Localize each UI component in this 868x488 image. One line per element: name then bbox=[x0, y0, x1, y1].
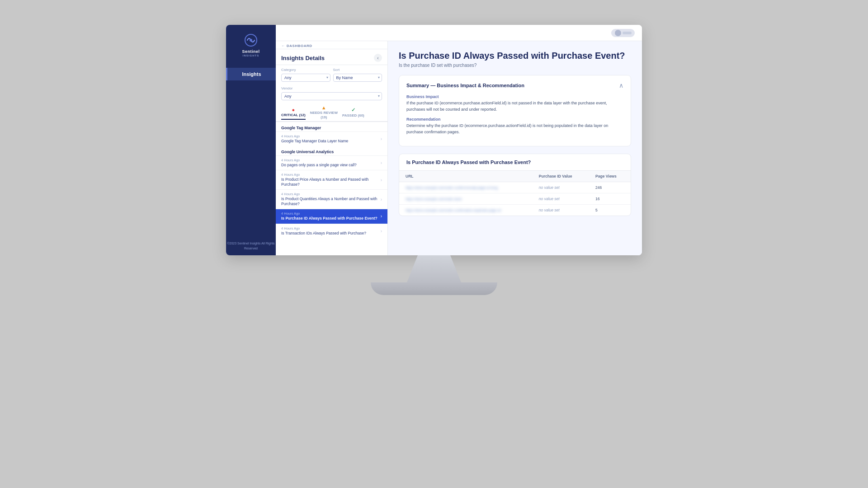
tab-critical-label: CRITICAL (12) bbox=[281, 113, 306, 117]
summary-card-header: Summary — Business Impact & Recommendati… bbox=[406, 82, 623, 89]
tab-critical[interactable]: ● CRITICAL (12) bbox=[281, 107, 306, 120]
user-avatar[interactable] bbox=[611, 29, 635, 37]
breadcrumb-label: DASHBOARD bbox=[287, 44, 312, 48]
sentinel-logo-icon bbox=[244, 33, 258, 47]
list-item-time: 4 Hours Ago bbox=[281, 158, 378, 162]
filter-row-1: Category Any Data Layer Tags Variables bbox=[276, 65, 387, 84]
list-item-time-active: 4 Hours Ago bbox=[281, 211, 378, 216]
list-item[interactable]: 4 Hours Ago Is Transaction IDs Always Pa… bbox=[276, 224, 387, 238]
list-item-title: Is Product Quantities Always a Number an… bbox=[281, 197, 378, 206]
vendor-filter-group: Vendor Any Google Adobe Facebook bbox=[281, 86, 382, 100]
list-item-content: 4 Hours Ago Google Tag Manager Data Laye… bbox=[281, 134, 378, 144]
list-item-title: Is Transaction IDs Always Passed with Pu… bbox=[281, 231, 378, 236]
passed-icon: ✓ bbox=[351, 107, 355, 113]
monitor-base bbox=[371, 282, 497, 295]
filter-row-2: Vendor Any Google Adobe Facebook bbox=[276, 84, 387, 102]
list-item-title: Do pages only pass a single page view ca… bbox=[281, 163, 378, 168]
summary-card-title: Summary — Business Impact & Recommendati… bbox=[406, 83, 524, 88]
panel-title: Insights Details bbox=[281, 55, 325, 61]
purchase-id-value: no value set bbox=[539, 197, 560, 201]
category-filter-label: Category bbox=[281, 68, 330, 72]
col-header-purchase-id: Purchase ID Value bbox=[533, 171, 589, 182]
purchase-id-value: no value set bbox=[539, 208, 560, 212]
list-item-chevron-icon: › bbox=[381, 197, 382, 202]
logo-tagline: INSIGHTS bbox=[243, 54, 259, 57]
recommendation-label: Recommendation bbox=[406, 117, 623, 122]
list-item-chevron-icon: › bbox=[381, 229, 382, 234]
list-item-chevron-icon: › bbox=[381, 160, 382, 165]
breadcrumb[interactable]: ← DASHBOARD bbox=[276, 41, 387, 49]
svg-point-1 bbox=[250, 39, 252, 42]
top-bar bbox=[276, 25, 642, 41]
panel-collapse-button[interactable]: ‹ bbox=[374, 54, 382, 62]
list-item-content: 4 Hours Ago Do pages only pass a single … bbox=[281, 158, 378, 168]
list-item-chevron-icon: › bbox=[381, 136, 382, 141]
url-value: https://store.example.com/order-confirm/… bbox=[406, 186, 498, 190]
list-item-active[interactable]: 4 Hours Ago Is Purchase ID Always Passed… bbox=[276, 209, 387, 223]
list-item[interactable]: 4 Hours Ago Do pages only pass a single … bbox=[276, 155, 387, 170]
group-header-gua: Google Universal Analytics bbox=[276, 146, 387, 155]
left-panel-header: Insights Details ‹ bbox=[276, 49, 387, 65]
sort-filter-group: Sort By Name By Date By Severity bbox=[333, 68, 382, 82]
tab-needs-review-label: NEEDS REVIEW(19) bbox=[310, 111, 338, 119]
table-row: https://store.example.com/order-done no … bbox=[399, 193, 631, 205]
data-table-card-title: Is Purchase ID Always Passed with Purcha… bbox=[399, 154, 631, 171]
sidebar: Sentinel INSIGHTS Insights ©2023 Sentine… bbox=[226, 25, 276, 255]
table-cell-page-views: 246 bbox=[589, 182, 631, 193]
table-cell-purchase-id: no value set bbox=[533, 205, 589, 216]
list-section: Google Tag Manager 4 Hours Ago Google Ta… bbox=[276, 122, 387, 255]
list-item-time: 4 Hours Ago bbox=[281, 226, 378, 230]
main-area: ← DASHBOARD Insights Details ‹ Category bbox=[276, 25, 642, 255]
list-item-content-active: 4 Hours Ago Is Purchase ID Always Passed… bbox=[281, 211, 378, 221]
summary-card-toggle-icon[interactable]: ∧ bbox=[619, 82, 623, 89]
logo-area: Sentinel INSIGHTS bbox=[242, 33, 259, 57]
category-filter-select[interactable]: Any Data Layer Tags Variables bbox=[281, 74, 330, 82]
tab-passed[interactable]: ✓ PASSED (60) bbox=[342, 107, 364, 120]
table-cell-page-views: 5 bbox=[589, 205, 631, 216]
left-panel: ← DASHBOARD Insights Details ‹ Category bbox=[276, 41, 388, 255]
list-item-title-active: Is Purchase ID Always Passed with Purcha… bbox=[281, 216, 378, 221]
vendor-filter-label: Vendor bbox=[281, 86, 382, 90]
data-table: URL Purchase ID Value Page Views https:/… bbox=[399, 171, 631, 216]
table-cell-purchase-id: no value set bbox=[533, 193, 589, 205]
sort-filter-label: Sort bbox=[333, 68, 382, 72]
group-header-gtm: Google Tag Manager bbox=[276, 122, 387, 131]
list-item[interactable]: 4 Hours Ago Is Product Price Always a Nu… bbox=[276, 170, 387, 189]
summary-card: Summary — Business Impact & Recommendati… bbox=[399, 75, 631, 146]
list-item[interactable]: 4 Hours Ago Google Tag Manager Data Laye… bbox=[276, 131, 387, 146]
url-value: https://store.example.com/order-done bbox=[406, 197, 462, 201]
detail-subtitle: Is the purchase ID set with purchases? bbox=[399, 63, 631, 68]
category-filter-group: Category Any Data Layer Tags Variables bbox=[281, 68, 330, 82]
critical-icon: ● bbox=[292, 107, 295, 113]
breadcrumb-back-icon: ← bbox=[281, 44, 285, 48]
vendor-filter-wrapper: Any Google Adobe Facebook bbox=[281, 91, 382, 100]
table-cell-url: https://store.example.com/order-confirma… bbox=[399, 205, 533, 216]
sidebar-footer: ©2023 Sentinel Insights All Rights Reser… bbox=[226, 241, 276, 255]
data-table-card: Is Purchase ID Always Passed with Purcha… bbox=[399, 154, 631, 216]
list-item-title: Is Product Price Always a Number and Pas… bbox=[281, 177, 378, 187]
monitor-stand bbox=[226, 255, 642, 295]
table-row: https://store.example.com/order-confirm/… bbox=[399, 182, 631, 193]
table-row: https://store.example.com/order-confirma… bbox=[399, 205, 631, 216]
vendor-filter-select[interactable]: Any Google Adobe Facebook bbox=[281, 92, 382, 100]
tab-needs-review[interactable]: ▲ NEEDS REVIEW(19) bbox=[310, 105, 338, 122]
sidebar-item-insights[interactable]: Insights bbox=[226, 68, 276, 80]
recommendation-section: Recommendation Determine why the purchas… bbox=[406, 117, 623, 135]
tab-passed-label: PASSED (60) bbox=[342, 113, 364, 117]
business-impact-label: Business Impact bbox=[406, 94, 623, 99]
sort-filter-wrapper: By Name By Date By Severity bbox=[333, 73, 382, 82]
table-cell-purchase-id: no value set bbox=[533, 182, 589, 193]
table-cell-url: https://store.example.com/order-confirm/… bbox=[399, 182, 533, 193]
list-item-content: 4 Hours Ago Is Product Price Always a Nu… bbox=[281, 173, 378, 187]
detail-title: Is Purchase ID Always Passed with Purcha… bbox=[399, 50, 631, 61]
content-area: ← DASHBOARD Insights Details ‹ Category bbox=[276, 41, 642, 255]
table-cell-page-views: 16 bbox=[589, 193, 631, 205]
list-item[interactable]: 4 Hours Ago Is Product Quantities Always… bbox=[276, 189, 387, 209]
business-impact-text: If the purchase ID (ecommerce.purchase.a… bbox=[406, 100, 623, 113]
list-item-time: 4 Hours Ago bbox=[281, 173, 378, 177]
list-item-content: 4 Hours Ago Is Transaction IDs Always Pa… bbox=[281, 226, 378, 236]
sort-filter-select[interactable]: By Name By Date By Severity bbox=[333, 74, 382, 82]
recommendation-text: Determine why the purchase ID (ecommerce… bbox=[406, 123, 623, 135]
col-header-page-views: Page Views bbox=[589, 171, 631, 182]
warning-icon: ▲ bbox=[321, 105, 326, 110]
